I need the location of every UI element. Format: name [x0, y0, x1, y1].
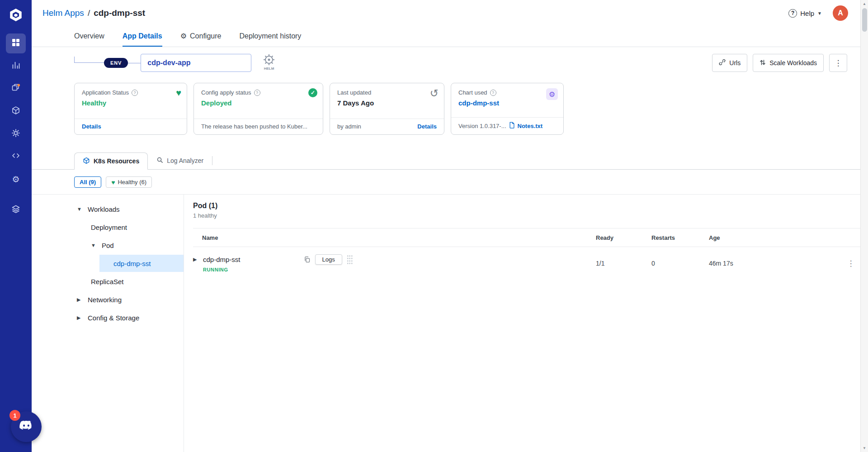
question-icon[interactable]: ? [490, 90, 496, 96]
card-top: Config apply status? Deployed ✓ [194, 83, 323, 119]
resources-body: ▼ Workloads Deployment ▼ Pod cdp-dmp-sst [32, 195, 868, 452]
more-actions-button[interactable]: ⋮ [829, 54, 847, 72]
tree-item-label: cdp-dmp-sst [113, 260, 151, 267]
last-updated-value: 7 Days Ago [337, 99, 437, 107]
env-connector-line [128, 63, 141, 63]
scroll-up-arrow[interactable]: ▲ [861, 2, 868, 6]
column-restarts[interactable]: Restarts [651, 234, 709, 241]
notes-txt-link[interactable]: Notes.txt [518, 123, 543, 129]
scroll-down-arrow[interactable]: ▼ [861, 446, 868, 450]
tree-item-label: ReplicaSet [91, 278, 124, 285]
k8s-cube-icon [83, 157, 90, 166]
main-area: Helm Apps / cdp-dmp-sst ? Help ▼ A Overv… [32, 0, 868, 452]
breadcrumb: Helm Apps / cdp-dmp-sst [42, 8, 145, 18]
card-footer: Details [75, 119, 187, 134]
card-footer: by admin Details [330, 119, 444, 134]
sidebar-item-stack-manager[interactable] [6, 200, 26, 220]
app-name-box[interactable]: cdp-dev-app [141, 54, 251, 72]
help-menu[interactable]: ? Help ▼ [788, 9, 822, 18]
config-apply-value: Deployed [201, 99, 316, 107]
helm-logo-icon: HELM [261, 53, 277, 72]
sidebar-item-jobs[interactable] [6, 79, 26, 99]
app-bar: ENV cdp-dev-app HELM Urls Scale Workload… [32, 52, 868, 73]
health-filters: All (9) ♥Healthy (6) [32, 170, 868, 195]
tree-item-pod[interactable]: ▼ Pod [32, 236, 184, 254]
notification-badge: 1 [9, 410, 20, 421]
last-updated-details-link[interactable]: Details [417, 123, 437, 130]
resource-tab-strip: K8s Resources Log Analyzer [32, 152, 868, 169]
updated-by: by admin [337, 123, 361, 130]
filter-label: Healthy (6) [118, 179, 146, 186]
breadcrumb-helm-apps[interactable]: Helm Apps [42, 8, 84, 18]
last-updated-card: Last updated 7 Days Ago ↺ by admin Detai… [330, 83, 444, 135]
left-nav-sidebar: ⚙ [0, 0, 32, 452]
sidebar-item-applications[interactable] [6, 33, 26, 53]
card-title: Last updated [337, 89, 437, 96]
pod-status-badge: RUNNING [203, 267, 596, 272]
column-ready[interactable]: Ready [596, 234, 651, 241]
tab-label: Overview [74, 32, 104, 40]
card-top: Last updated 7 Days Ago ↺ [330, 83, 444, 119]
column-name[interactable]: Name [193, 234, 596, 241]
chevron-right-icon: ▶ [77, 297, 88, 303]
filter-healthy[interactable]: ♥Healthy (6) [106, 176, 152, 188]
discord-chat-button[interactable]: 1 [11, 411, 42, 442]
tree-item-deployment[interactable]: Deployment [32, 218, 184, 236]
scrollbar-thumb[interactable] [862, 8, 867, 32]
logs-button[interactable]: Logs [315, 254, 342, 265]
tab-configure[interactable]: ⚙Configure [180, 26, 222, 47]
tree-item-config-storage[interactable]: ▶ Config & Storage [32, 309, 184, 327]
env-connector-line [74, 57, 104, 63]
pod-name[interactable]: cdp-dmp-sst [203, 256, 241, 263]
tab-label: App Details [123, 32, 162, 40]
column-age[interactable]: Age [709, 234, 840, 241]
row-expand-icon[interactable]: ▶ [193, 257, 198, 262]
tree-item-cdp-dmp-sst[interactable]: cdp-dmp-sst [99, 255, 184, 272]
sidebar-item-chart-store[interactable] [6, 124, 26, 144]
tab-log-analyzer[interactable]: Log Analyzer [148, 152, 212, 169]
help-circle-icon: ? [788, 9, 797, 18]
tab-k8s-resources[interactable]: K8s Resources [74, 152, 148, 170]
application-status-value: Healthy [82, 99, 179, 107]
scale-workloads-button[interactable]: Scale Workloads [753, 54, 824, 72]
health-heart-icon: ♥ [176, 88, 181, 97]
app-tabbar: Overview App Details ⚙Configure Deployme… [32, 26, 868, 47]
question-icon[interactable]: ? [254, 90, 260, 96]
filter-all[interactable]: All (9) [74, 176, 101, 188]
app-bar-actions: Urls Scale Workloads ⋮ [712, 54, 847, 72]
tab-app-details[interactable]: App Details [123, 26, 162, 47]
grid-icon [11, 38, 20, 49]
tab-deployment-history[interactable]: Deployment history [239, 26, 301, 47]
resource-tree: ▼ Workloads Deployment ▼ Pod cdp-dmp-sst [32, 195, 184, 452]
link-icon [719, 59, 726, 67]
tree-item-replicaset[interactable]: ReplicaSet [32, 272, 184, 290]
tab-overview[interactable]: Overview [74, 26, 104, 47]
scale-arrows-icon [760, 59, 766, 67]
application-status-details-link[interactable]: Details [82, 123, 101, 130]
tab-label: Configure [190, 32, 221, 40]
sidebar-item-code[interactable] [6, 147, 26, 167]
window-scrollbar[interactable]: ▲ ▼ [860, 0, 868, 452]
chevron-right-icon: ▶ [77, 315, 88, 321]
sidebar-item-resource-browser[interactable] [6, 101, 26, 121]
sidebar-item-app-groups[interactable] [6, 56, 26, 76]
env-badge: ENV [104, 58, 128, 68]
question-icon[interactable]: ? [132, 90, 138, 96]
tree-item-label: Deployment [91, 224, 127, 231]
row-kebab-menu[interactable]: ⋮ [840, 259, 862, 268]
card-title: Application Status? [82, 89, 179, 96]
pod-section-subtitle: 1 healthy [193, 212, 862, 219]
copy-icon[interactable] [304, 256, 311, 263]
tree-item-workloads[interactable]: ▼ Workloads [32, 200, 184, 218]
breadcrumb-current-app: cdp-dmp-sst [94, 8, 145, 18]
devtron-logo[interactable] [8, 7, 24, 24]
chart-used-card: Chart used? cdp-dmp-sst ⚙ Version 1.0.31… [451, 83, 564, 135]
sidebar-item-global-config[interactable]: ⚙ [6, 169, 26, 189]
chart-used-link[interactable]: cdp-dmp-sst [458, 99, 556, 107]
avatar[interactable]: A [833, 5, 848, 21]
urls-button[interactable]: Urls [712, 54, 747, 72]
config-apply-message: The release has been pushed to Kuber... [201, 123, 307, 130]
card-top: Application Status? Healthy ♥ [75, 83, 187, 119]
tree-item-networking[interactable]: ▶ Networking [32, 290, 184, 309]
config-apply-status-card: Config apply status? Deployed ✓ The rele… [193, 83, 323, 135]
